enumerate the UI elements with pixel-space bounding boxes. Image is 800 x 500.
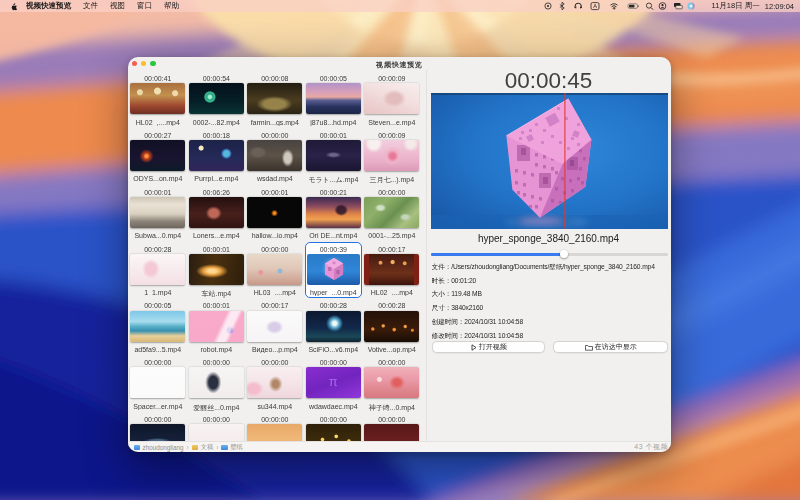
svg-text:A: A bbox=[593, 3, 597, 9]
